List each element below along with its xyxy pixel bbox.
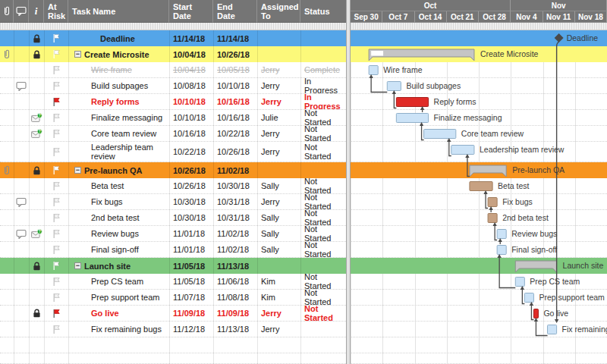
flag-icon[interactable] bbox=[52, 197, 61, 207]
paperclip-icon[interactable] bbox=[2, 165, 11, 175]
task-bar[interactable] bbox=[387, 82, 401, 91]
flag-icon[interactable] bbox=[52, 165, 61, 175]
collapse-toggle[interactable]: − bbox=[74, 262, 81, 269]
task-name-cell[interactable]: Deadline bbox=[68, 30, 169, 46]
task-bar[interactable] bbox=[396, 114, 428, 123]
task-row[interactable]: ? Core team review10/16/1810/22/18JerryN… bbox=[0, 126, 607, 142]
task-row[interactable]: Deadline11/14/1811/14/18 bbox=[0, 30, 607, 46]
task-name-cell[interactable]: Final sign-off bbox=[68, 242, 169, 257]
timeline-week[interactable]: Nov 11 bbox=[543, 11, 575, 23]
comment-icon[interactable] bbox=[16, 229, 27, 239]
task-bar[interactable] bbox=[524, 293, 533, 303]
task-bar[interactable] bbox=[533, 309, 538, 318]
task-name-cell[interactable]: Finalize messaging bbox=[68, 110, 169, 125]
task-name-cell[interactable]: Leadership team review bbox=[68, 142, 169, 162]
task-name-cell[interactable]: −Launch site bbox=[68, 258, 169, 274]
column-header-assigned[interactable]: Assigned To bbox=[257, 0, 300, 23]
timeline-week[interactable]: Oct 28 bbox=[479, 11, 511, 23]
pane-divider[interactable] bbox=[346, 0, 351, 364]
task-row[interactable]: 2nd beta test10/30/1810/31/18SallyNot St… bbox=[0, 210, 607, 226]
flag-icon[interactable] bbox=[52, 129, 61, 139]
flag-icon[interactable] bbox=[52, 65, 61, 75]
empty-row[interactable] bbox=[0, 337, 607, 353]
task-name-cell[interactable]: −Pre-launch QA bbox=[68, 162, 169, 178]
task-name-cell[interactable]: Wire frame bbox=[68, 62, 169, 77]
flag-icon[interactable] bbox=[52, 277, 61, 287]
task-name-cell[interactable]: 2nd beta test bbox=[68, 210, 169, 225]
task-bar[interactable] bbox=[515, 278, 524, 287]
column-header-end[interactable]: End Date bbox=[213, 0, 257, 23]
task-row[interactable]: −Pre-launch QA10/26/1811/02/18 bbox=[0, 162, 607, 178]
column-header-comments[interactable] bbox=[14, 0, 29, 23]
task-bar[interactable] bbox=[488, 198, 497, 207]
flag-icon[interactable] bbox=[52, 293, 61, 303]
empty-row[interactable] bbox=[0, 353, 607, 364]
flag-icon[interactable] bbox=[52, 325, 61, 334]
flag-icon[interactable] bbox=[52, 309, 61, 318]
task-bar[interactable] bbox=[451, 146, 474, 155]
task-bar[interactable] bbox=[396, 98, 428, 107]
column-header-start[interactable]: Start Date bbox=[169, 0, 213, 23]
task-row[interactable]: Final sign-off11/01/1811/02/18SallyNot S… bbox=[0, 242, 607, 258]
task-name-cell[interactable]: Beta test bbox=[68, 178, 169, 193]
column-header-attach[interactable] bbox=[0, 0, 14, 23]
task-name-cell[interactable]: Fix bugs bbox=[68, 194, 169, 209]
comment-icon[interactable] bbox=[16, 6, 27, 16]
timeline-month-Nov[interactable]: Nov bbox=[511, 0, 607, 11]
task-bar[interactable] bbox=[548, 325, 557, 334]
timeline-week[interactable]: Oct 7 bbox=[382, 11, 414, 23]
paperclip-icon[interactable] bbox=[2, 6, 11, 16]
task-row[interactable]: Build subpages10/08/1810/10/18JerryIn Pr… bbox=[0, 78, 607, 94]
task-name-cell[interactable]: Core team review bbox=[68, 126, 169, 141]
column-header-info[interactable]: i bbox=[29, 0, 44, 23]
task-name-cell[interactable]: Prep support team bbox=[68, 290, 169, 305]
collapse-toggle[interactable]: − bbox=[74, 167, 81, 174]
flag-icon[interactable] bbox=[52, 261, 61, 271]
task-name-cell[interactable]: Build subpages bbox=[68, 78, 169, 93]
ruler-strip[interactable] bbox=[0, 23, 607, 30]
task-row[interactable]: Leadership team review10/22/1810/26/18Je… bbox=[0, 142, 607, 162]
task-bar[interactable] bbox=[470, 182, 492, 191]
update-request-icon[interactable]: ? bbox=[31, 113, 42, 123]
flag-icon[interactable] bbox=[52, 213, 61, 223]
paperclip-icon[interactable] bbox=[2, 49, 11, 59]
task-row[interactable]: Reply forms10/10/1810/16/18JerryIn Progr… bbox=[0, 94, 607, 110]
task-bar[interactable] bbox=[424, 130, 456, 139]
task-bar[interactable] bbox=[497, 230, 506, 239]
timeline-week[interactable]: Oct 14 bbox=[415, 11, 447, 23]
task-row[interactable]: −Create Microsite10/04/1810/26/18 bbox=[0, 46, 607, 62]
timeline-week[interactable]: Oct 21 bbox=[447, 11, 479, 23]
task-name-cell[interactable]: Prep CS team bbox=[68, 274, 169, 289]
timeline-week[interactable]: Nov 4 bbox=[511, 11, 543, 23]
task-bar[interactable] bbox=[497, 246, 506, 255]
task-row[interactable]: Wire frame10/04/1810/05/18JerryComplete bbox=[0, 62, 607, 78]
task-row[interactable]: Fix bugs10/30/1810/31/18JerryNot Started bbox=[0, 194, 607, 210]
column-header-task[interactable]: Task Name bbox=[68, 0, 169, 23]
comment-icon[interactable] bbox=[16, 81, 27, 91]
flag-icon[interactable] bbox=[52, 147, 61, 157]
task-bar[interactable] bbox=[488, 214, 497, 223]
flag-icon[interactable] bbox=[52, 229, 61, 239]
flag-icon[interactable] bbox=[52, 181, 61, 191]
update-request-icon[interactable]: ? bbox=[31, 229, 42, 239]
task-name-cell[interactable]: Reply forms bbox=[68, 94, 169, 109]
timeline-week[interactable]: Nov 18 bbox=[575, 11, 607, 23]
flag-icon[interactable] bbox=[52, 113, 61, 123]
task-name-cell[interactable]: Review bugs bbox=[68, 226, 169, 241]
task-name-cell[interactable]: −Create Microsite bbox=[68, 46, 169, 62]
timeline-month-Oct[interactable]: Oct bbox=[351, 0, 511, 11]
column-header-at_risk[interactable]: At Risk bbox=[44, 0, 68, 23]
flag-icon[interactable] bbox=[52, 245, 61, 255]
task-row[interactable]: ? Finalize messaging10/10/1810/16/18Juli… bbox=[0, 110, 607, 126]
flag-icon[interactable] bbox=[52, 49, 61, 59]
flag-icon[interactable] bbox=[52, 81, 61, 91]
task-row[interactable]: Fix remaining bugs11/12/1811/13/18Jerry bbox=[0, 322, 607, 337]
task-row[interactable]: ? Review bugs11/01/1811/02/18SallyNot St… bbox=[0, 226, 607, 242]
update-request-icon[interactable]: ? bbox=[31, 129, 42, 139]
timeline-week[interactable]: Sep 30 bbox=[351, 11, 382, 23]
comment-icon[interactable] bbox=[16, 197, 27, 207]
flag-icon[interactable] bbox=[52, 97, 61, 107]
task-bar[interactable] bbox=[369, 66, 378, 75]
task-name-cell[interactable]: Fix remaining bugs bbox=[68, 322, 169, 337]
flag-icon[interactable] bbox=[52, 33, 61, 43]
